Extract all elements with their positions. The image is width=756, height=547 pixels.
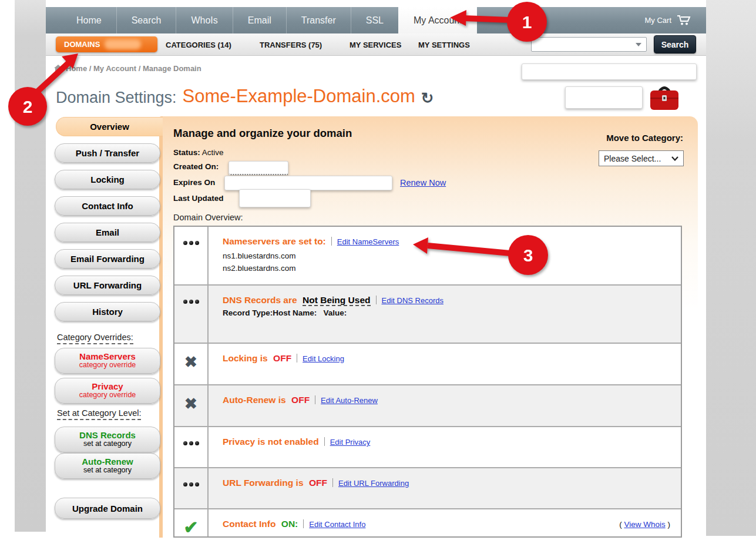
updated-line: Last Updated <box>173 194 224 203</box>
status-value: Active <box>202 148 224 157</box>
dots-icon <box>174 227 209 284</box>
sidebar-item-push-transfer[interactable]: Push / Transfer <box>55 143 160 163</box>
category-select[interactable]: Please Select... <box>599 150 684 166</box>
created-label: Created On: <box>173 162 219 171</box>
account-sub-navigation: DOMAINS CATEGORIES (14) TRANSFERS (75) M… <box>46 33 706 56</box>
left-margin-background <box>15 0 46 532</box>
tab-transfer[interactable]: Transfer <box>286 7 351 33</box>
override-title: Privacy <box>92 382 123 391</box>
toolbox-icon[interactable] <box>648 83 681 115</box>
edit-privacy-link[interactable]: Edit Privacy <box>330 438 371 447</box>
expires-label: Expires On <box>173 178 215 187</box>
refresh-icon[interactable]: ↻ <box>421 89 434 107</box>
domain-overview-table: Nameservers are set to:Edit NameServers … <box>173 226 682 538</box>
table-row-dns-records: DNS Records are Not Being UsedEdit DNS R… <box>174 284 681 343</box>
row-title: DNS Records are <box>223 295 297 305</box>
dns-record-headers: Record Type:Host Name: Value: <box>223 308 681 317</box>
title-prefix: Domain Settings: <box>56 89 177 107</box>
tab-home[interactable]: Home <box>62 7 116 33</box>
domain-overview-label: Domain Overview: <box>173 213 243 222</box>
row-status: ON: <box>281 519 298 529</box>
subnav-my-settings[interactable]: MY SETTINGS <box>418 33 470 56</box>
row-title: Privacy is not enabled <box>223 437 319 447</box>
category-title: Auto-Renew <box>82 457 133 467</box>
page: Home Search WhoIs Email Transfer SSL My … <box>0 0 756 547</box>
paren-open: ( <box>619 520 622 529</box>
dots-icon <box>174 427 209 467</box>
row-title: Locking is <box>223 353 268 363</box>
domains-label: DOMAINS <box>64 40 100 49</box>
tab-my-account[interactable]: My Account <box>398 7 477 33</box>
check-icon: ✔ <box>174 509 209 538</box>
sidebar-item-privacy-override[interactable]: Privacy category override <box>55 378 160 404</box>
row-title: Auto-Renew is <box>223 395 286 405</box>
edit-url-forwarding-link[interactable]: Edit URL Forwarding <box>338 479 409 488</box>
updated-label: Last Updated <box>173 194 224 203</box>
subnav-domains-button[interactable]: DOMAINS <box>56 36 157 52</box>
subnav-my-services[interactable]: MY SERVICES <box>350 33 401 56</box>
status-label: Status: <box>173 148 200 157</box>
sidebar-item-auto-renew-category[interactable]: Auto-Renew set at category <box>55 453 160 479</box>
my-cart-label: My Cart <box>645 16 672 25</box>
table-row-nameservers: Nameservers are set to:Edit NameServers … <box>174 227 681 284</box>
sidebar-item-email-forwarding[interactable]: Email Forwarding <box>55 249 160 269</box>
chevron-down-icon <box>671 156 678 161</box>
bottom-cutoff <box>0 538 756 547</box>
right-margin-background <box>706 0 756 536</box>
row-status: OFF <box>291 395 310 405</box>
tab-ssl[interactable]: SSL <box>351 7 398 33</box>
edit-dns-records-link[interactable]: Edit DNS Records <box>382 296 443 305</box>
sidebar-item-contact-info[interactable]: Contact Info <box>55 196 160 216</box>
edit-contact-info-link[interactable]: Edit Contact Info <box>309 520 365 529</box>
nameserver-value: ns2.bluestardns.com <box>223 263 681 275</box>
table-row-contact-info: ✔ Contact Info ON:Edit Contact Info ( Vi… <box>174 508 681 538</box>
row-status: OFF <box>309 478 327 488</box>
edit-auto-renew-link[interactable]: Edit Auto-Renew <box>321 396 378 405</box>
sidebar-item-email[interactable]: Email <box>55 223 160 242</box>
subnav-transfers[interactable]: TRANSFERS (75) <box>260 33 322 56</box>
tab-search[interactable]: Search <box>116 7 176 33</box>
x-icon: ✖ <box>174 385 209 426</box>
subnav-categories[interactable]: CATEGORIES (14) <box>166 33 231 56</box>
category-sub: set at category <box>83 467 132 475</box>
domain-search-combobox[interactable] <box>531 37 647 52</box>
edit-nameservers-link[interactable]: Edit NameServers <box>337 237 399 246</box>
redacted-expires-date <box>224 176 392 190</box>
sidebar-item-dns-records-category[interactable]: DNS Records set at category <box>55 427 160 452</box>
redacted-box-top-right <box>522 63 697 80</box>
nameserver-value: ns1.bluestardns.com <box>223 250 681 263</box>
sidebar-item-url-forwarding[interactable]: URL Forwarding <box>55 276 160 295</box>
tab-email[interactable]: Email <box>233 7 286 33</box>
redacted-domains-count <box>105 39 141 49</box>
table-row-privacy: Privacy is not enabledEdit Privacy <box>174 426 681 467</box>
set-at-category-heading: Set at Category Level: <box>57 408 141 420</box>
renew-now-link[interactable]: Renew Now <box>400 178 446 187</box>
redacted-box-title-right <box>565 86 643 109</box>
section-heading: Manage and organize your domain <box>173 127 352 140</box>
status-line: Status: Active <box>173 148 224 157</box>
breadcrumb[interactable]: Home / My Account / Manage Domain <box>54 64 201 73</box>
top-navigation-bar: Home Search WhoIs Email Transfer SSL My … <box>46 7 706 33</box>
cart-icon <box>677 15 691 26</box>
created-line: Created On: <box>173 162 219 171</box>
edit-locking-link[interactable]: Edit Locking <box>303 354 344 363</box>
category-select-value: Please Select... <box>604 154 661 163</box>
domain-name: Some-Example-Domain.com <box>183 86 415 107</box>
paren-close: ) <box>668 520 671 529</box>
search-button[interactable]: Search <box>654 35 696 53</box>
x-icon: ✖ <box>174 344 209 384</box>
upgrade-domain-button[interactable]: Upgrade Domain <box>55 498 160 519</box>
row-title: Contact Info <box>223 519 275 529</box>
my-cart-button[interactable]: My Cart <box>645 7 691 33</box>
sidebar-item-overview[interactable]: Overview <box>56 117 163 136</box>
expires-line: Expires On <box>173 178 215 187</box>
sidebar-item-nameservers-override[interactable]: NameServers category override <box>55 348 160 374</box>
redacted-created-date <box>229 161 288 175</box>
sidebar-item-history[interactable]: History <box>55 302 160 321</box>
tab-whois[interactable]: WhoIs <box>176 7 232 33</box>
view-whois-link[interactable]: View Whois <box>624 520 665 529</box>
dots-icon <box>174 468 209 508</box>
override-sub: category override <box>79 391 136 400</box>
category-sub: set at category <box>83 440 132 448</box>
sidebar-item-locking[interactable]: Locking <box>55 170 160 189</box>
